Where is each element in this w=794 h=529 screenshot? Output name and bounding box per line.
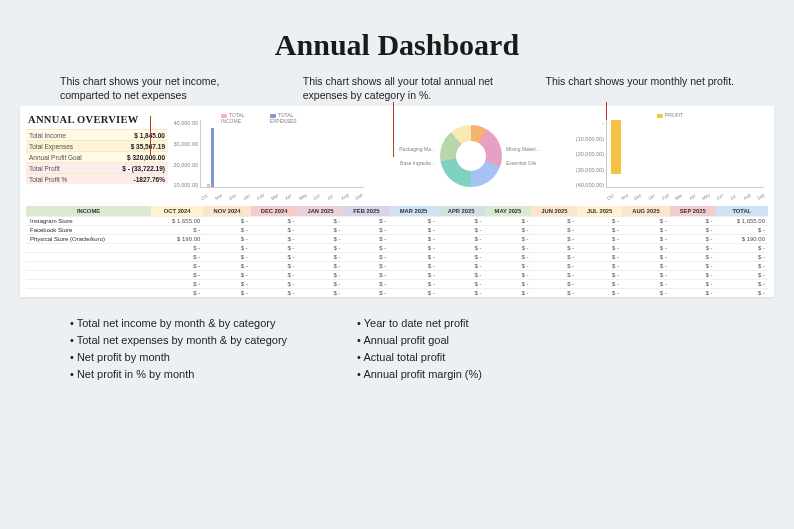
leader-line-icon	[150, 116, 151, 156]
income-table: INCOMEOCT 2024NOV 2024DEC 2024JAN 2025FE…	[26, 206, 768, 297]
month-header: MAY 2025	[485, 206, 532, 217]
table-row: $ -$ -$ -$ -$ -$ -$ -$ -$ -$ -$ -$ -$ -	[26, 271, 768, 280]
overview-row: Total Profit %-1827.76%	[26, 173, 168, 184]
bullet-item: Net profit by month	[70, 349, 287, 366]
month-header: JUN 2025	[531, 206, 577, 217]
plot-area	[606, 120, 764, 188]
page-title: Annual Dashboard	[0, 0, 794, 74]
month-header: JUL 2025	[577, 206, 622, 217]
month-header: MAR 2025	[389, 206, 437, 217]
table-row: Instagram Store$ 1,655.00$ -$ -$ -$ -$ -…	[26, 217, 768, 226]
table-row: $ -$ -$ -$ -$ -$ -$ -$ -$ -$ -$ -$ -$ -	[26, 244, 768, 253]
bullet-item: Total net income by month & by category	[70, 315, 287, 332]
plot-area	[200, 120, 364, 188]
swatch-icon	[657, 114, 663, 118]
annual-overview-card: ANNUAL OVERVIEW Total Income$ 1,845.00To…	[26, 112, 168, 184]
donut-right-labels: Mixing Materi… Essential Oils	[506, 146, 541, 166]
x-axis: OctNovDecJanFebMarAprMayJunJulAugSep	[606, 197, 764, 202]
y-axis: 40,000.00 30,000.00 20,000.00 10,000.00	[172, 120, 198, 188]
chart-legend: PROFIT	[657, 112, 683, 118]
month-header: APR 2025	[438, 206, 485, 217]
annotation-right: This chart shows your monthly net profit…	[546, 74, 735, 102]
table-row: $ -$ -$ -$ -$ -$ -$ -$ -$ -$ -$ -$ -$ -	[26, 289, 768, 298]
bullet-item: Annual profit margin (%)	[357, 366, 482, 383]
month-header: DEC 2024	[251, 206, 298, 217]
annotation-right-text: This chart shows your monthly net profit…	[546, 75, 735, 87]
month-header: NOV 2024	[203, 206, 250, 217]
overview-row: Annual Profit Goal$ 320,000.00	[26, 151, 168, 162]
total-header: TOTAL	[716, 206, 768, 217]
monthly-profit-chart: PROFIT - (10,000.00) (20,000.00) (30,000…	[572, 112, 768, 200]
donut-icon	[440, 125, 502, 187]
table-row: $ -$ -$ -$ -$ -$ -$ -$ -$ -$ -$ -$ -$ -	[26, 262, 768, 271]
x-axis: OctNovDecJanFebMarAprMayJunJulAugSep	[200, 197, 364, 202]
month-header: OCT 2024	[151, 206, 203, 217]
month-header: SEP 2025	[670, 206, 716, 217]
bullet-list-right: Year to date net profitAnnual profit goa…	[357, 315, 482, 383]
feature-bullets: Total net income by month & by categoryT…	[0, 297, 794, 383]
table-row: $ -$ -$ -$ -$ -$ -$ -$ -$ -$ -$ -$ -$ -	[26, 253, 768, 262]
bullet-item: Year to date net profit	[357, 315, 482, 332]
annotation-left-text: This chart shows your net income, compar…	[60, 75, 219, 101]
annotation-left: This chart shows your net income, compar…	[60, 74, 260, 102]
bullet-list-left: Total net income by month & by categoryT…	[70, 315, 287, 383]
month-header: AUG 2025	[622, 206, 670, 217]
income-vs-expenses-chart: TOTAL INCOME TOTAL EXPENSES 40,000.00 30…	[172, 112, 368, 200]
table-row: Facebook Store$ -$ -$ -$ -$ -$ -$ -$ -$ …	[26, 226, 768, 235]
legend-label: PROFIT	[665, 112, 683, 118]
chart-annotations: This chart shows your net income, compar…	[0, 74, 794, 102]
month-header: JAN 2025	[298, 206, 344, 217]
bullet-item: Total net expenses by month & by categor…	[70, 332, 287, 349]
bullet-item: Actual total profit	[357, 349, 482, 366]
annotation-middle: This chart shows all your total annual n…	[303, 74, 503, 102]
y-axis: - (10,000.00) (20,000.00) (30,000.00) (4…	[572, 120, 604, 188]
table-row: $ -$ -$ -$ -$ -$ -$ -$ -$ -$ -$ -$ -$ -	[26, 280, 768, 289]
table-row: Physical Store (Oracle/kuro)$ 190.00$ -$…	[26, 235, 768, 244]
annotation-middle-text: This chart shows all your total annual n…	[303, 75, 493, 101]
month-header: FEB 2025	[343, 206, 389, 217]
bullet-item: Annual profit goal	[357, 332, 482, 349]
overview-row: Total Expenses$ 35,567.19	[26, 140, 168, 151]
overview-row: Total Profit$ - (33,722.19)	[26, 162, 168, 173]
spreadsheet-panel: ANNUAL OVERVIEW Total Income$ 1,845.00To…	[20, 106, 774, 297]
bullet-item: Net profit in % by month	[70, 366, 287, 383]
expenses-by-category-chart: Packaging Ma… Base Ingredie… Mixing Mate…	[372, 112, 568, 200]
income-header: INCOME	[26, 206, 151, 217]
donut-left-labels: Packaging Ma… Base Ingredie…	[399, 146, 436, 166]
overview-heading: ANNUAL OVERVIEW	[26, 112, 168, 129]
overview-row: Total Income$ 1,845.00	[26, 129, 168, 140]
